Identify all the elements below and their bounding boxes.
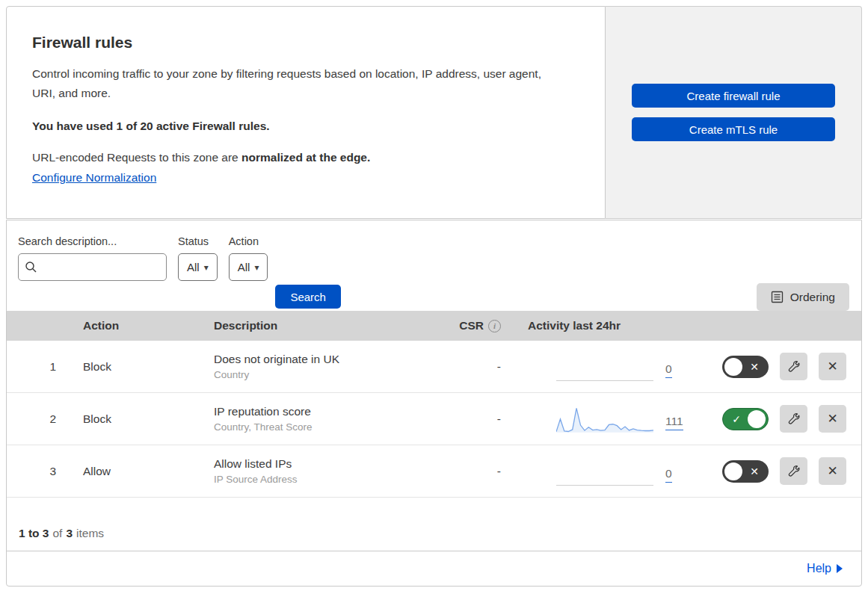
activity-count-cell: 0 (658, 462, 701, 480)
rule-fields: Country (214, 369, 434, 380)
create-rules-panel: Create firewall rule Create mTLS rule (606, 6, 862, 219)
create-mtls-rule-button[interactable]: Create mTLS rule (632, 117, 835, 141)
toggle-knob (748, 410, 766, 428)
toggle-state-icon: ✓ (725, 413, 748, 425)
top-section: Firewall rules Control incoming traffic … (6, 6, 862, 219)
activity-sparkline (556, 405, 653, 433)
action-filter-group: Action All ▾ (229, 235, 268, 281)
table-row: 2 Block IP reputation score Country, Thr… (7, 393, 861, 445)
rule-enabled-toggle[interactable]: ✓ (722, 408, 769, 430)
close-icon: ✕ (827, 359, 837, 374)
status-dropdown-value: All (187, 261, 200, 273)
toggle-knob (724, 358, 742, 376)
page-description: Control incoming traffic to your zone by… (32, 64, 564, 103)
activity-sparkline-cell (501, 353, 658, 381)
rule-description: Does not originate in UK (214, 353, 434, 366)
delete-rule-button[interactable]: ✕ (819, 353, 846, 380)
rule-action: Allow (56, 465, 191, 478)
status-dropdown[interactable]: All ▾ (178, 253, 218, 281)
rule-description-cell: IP reputation score Country, Threat Scor… (191, 405, 434, 433)
pagination-range: 1 to 3 (19, 527, 49, 540)
rule-controls: ✕ ✕ (701, 353, 861, 380)
rule-priority: 1 (7, 360, 56, 374)
ordering-button-label: Ordering (790, 291, 835, 304)
page-title: Firewall rules (32, 34, 575, 52)
rule-enabled-toggle[interactable]: ✕ (722, 356, 769, 378)
activity-sparkline (556, 457, 653, 486)
help-link[interactable]: Help (807, 562, 831, 575)
activity-sparkline-cell (501, 405, 658, 433)
rule-description: Allow listed IPs (214, 457, 434, 471)
pagination-of: of (52, 527, 62, 540)
pagination-summary: 1 to 3 of 3 items (7, 498, 861, 551)
edit-rule-button[interactable] (780, 353, 807, 380)
activity-count-link[interactable]: 111 (665, 415, 683, 430)
info-icon[interactable]: i (488, 320, 501, 332)
rule-priority: 2 (7, 412, 56, 426)
activity-sparkline-cell (501, 457, 658, 486)
chevron-down-icon: ▾ (254, 263, 259, 272)
normalization-notice: URL-encoded Requests to this zone are no… (32, 151, 575, 164)
table-row: 3 Allow Allow listed IPs IP Source Addre… (7, 445, 861, 498)
intro-card: Firewall rules Control incoming traffic … (6, 6, 606, 219)
activity-count-cell: 111 (658, 410, 701, 428)
table-header: Action Description CSR i Activity last 2… (7, 311, 861, 341)
csr-header-label: CSR (459, 319, 484, 332)
rule-enabled-toggle[interactable]: ✕ (722, 460, 769, 483)
create-firewall-rule-button[interactable]: Create firewall rule (632, 84, 835, 108)
action-dropdown-value: All (238, 261, 250, 273)
search-button[interactable]: Search (275, 285, 341, 309)
help-bar: Help (7, 551, 861, 586)
action-filter-label: Action (229, 235, 268, 247)
rule-csr: - (434, 360, 501, 374)
normalization-text: URL-encoded Requests to this zone are (32, 151, 241, 164)
activity-count-cell: 0 (658, 358, 701, 376)
pagination-total: 3 (66, 527, 73, 540)
action-dropdown[interactable]: All ▾ (229, 253, 268, 281)
chevron-down-icon: ▾ (204, 263, 209, 272)
filter-bar: Search description... Status All ▾ Actio… (7, 220, 861, 311)
usage-notice: You have used 1 of 20 active Firewall ru… (32, 120, 575, 133)
ordering-button[interactable]: Ordering (757, 283, 849, 311)
configure-normalization-link[interactable]: Configure Normalization (32, 171, 156, 185)
toggle-state-icon: ✕ (742, 361, 766, 373)
activity-count-link[interactable]: 0 (665, 362, 672, 378)
status-filter-group: Status All ▾ (178, 235, 218, 281)
search-input[interactable] (42, 261, 160, 273)
delete-rule-button[interactable]: ✕ (819, 405, 846, 433)
delete-rule-button[interactable]: ✕ (819, 457, 846, 485)
column-header-activity: Activity last 24hr (501, 319, 701, 332)
rule-fields: IP Source Address (214, 474, 434, 485)
rule-controls: ✓ ✕ (701, 405, 861, 433)
close-icon: ✕ (827, 463, 837, 479)
rule-fields: Country, Threat Score (214, 421, 434, 433)
firewall-rules-page: Firewall rules Control incoming traffic … (0, 0, 868, 591)
column-header-csr: CSR i (434, 319, 501, 332)
search-icon (25, 261, 37, 273)
toggle-state-icon: ✕ (742, 465, 766, 477)
column-header-description: Description (191, 319, 434, 332)
status-filter-label: Status (178, 235, 218, 247)
activity-count-link[interactable]: 0 (665, 467, 672, 483)
wrench-icon (787, 360, 800, 373)
column-header-action: Action (56, 319, 191, 332)
rule-description-cell: Does not originate in UK Country (191, 353, 434, 380)
rule-action: Block (56, 412, 191, 426)
edit-rule-button[interactable] (780, 405, 807, 433)
close-icon: ✕ (827, 411, 837, 427)
wrench-icon (787, 465, 800, 477)
rule-description: IP reputation score (214, 405, 434, 418)
search-field-group: Search description... (18, 235, 167, 281)
rule-csr: - (434, 465, 501, 478)
rule-description-cell: Allow listed IPs IP Source Address (191, 457, 434, 485)
edit-rule-button[interactable] (780, 457, 807, 485)
pagination-items: items (76, 527, 104, 540)
activity-sparkline (556, 353, 653, 381)
rule-priority: 3 (7, 465, 56, 478)
normalization-bold: normalized at the edge. (241, 151, 370, 164)
search-box (18, 253, 167, 281)
rules-list-card: Search description... Status All ▾ Actio… (6, 220, 862, 587)
wrench-icon (787, 412, 800, 425)
rule-controls: ✕ ✕ (701, 457, 861, 485)
search-field-label: Search description... (18, 235, 167, 247)
